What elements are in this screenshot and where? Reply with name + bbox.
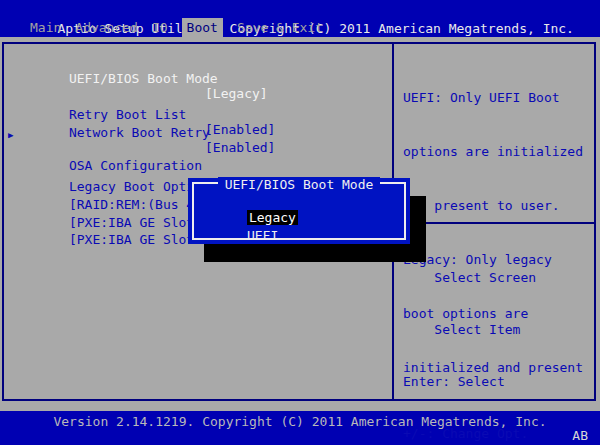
legend-line: Select Item bbox=[403, 321, 591, 338]
help-line: options are initialized bbox=[403, 143, 593, 161]
help-line: UEFI: Only UEFI Boot bbox=[403, 89, 593, 107]
title-bar: Aptio Setup Utility - Copyright (C) 2011… bbox=[0, 0, 600, 18]
tab-save-exit[interactable]: Save & Exit bbox=[237, 18, 323, 37]
menu-bar: Main Advanced IO Boot Save & Exit bbox=[0, 18, 600, 37]
submenu-arrow-icon: ▶ bbox=[8, 130, 13, 140]
bios-setup-screen: Aptio Setup Utility - Copyright (C) 2011… bbox=[0, 0, 600, 445]
tab-main[interactable]: Main bbox=[30, 18, 61, 37]
popup-title: UEFI/BIOS Boot Mode bbox=[188, 177, 410, 192]
tab-advanced[interactable]: Advanced bbox=[75, 18, 138, 37]
boot-mode-popup: UEFI/BIOS Boot Mode Legacy UEFI bbox=[188, 178, 410, 244]
legend-line: Enter: Select bbox=[403, 373, 591, 390]
key-legend-panel: Select Screen Select Item Enter: Select … bbox=[403, 234, 591, 445]
tab-io[interactable]: IO bbox=[152, 18, 168, 37]
legend-line: Select Screen bbox=[403, 269, 591, 286]
tab-boot[interactable]: Boot bbox=[182, 18, 223, 37]
option-label: UEFI/BIOS Boot Mode bbox=[69, 71, 218, 86]
popup-option-label: UEFI bbox=[247, 228, 278, 243]
legend-line: +/-: Change Opt. bbox=[403, 425, 591, 442]
popup-option-uefi[interactable]: UEFI bbox=[200, 213, 278, 258]
help-line: and present to user. bbox=[403, 197, 593, 215]
